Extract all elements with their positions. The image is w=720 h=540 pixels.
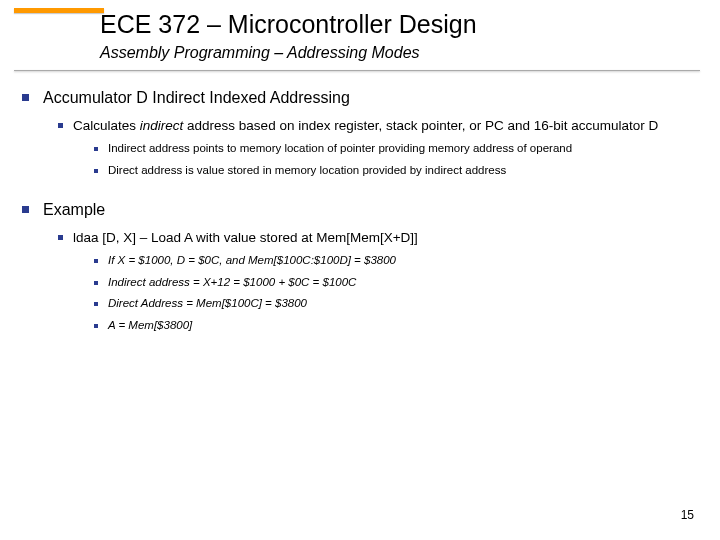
text-run-italic: indirect (140, 118, 184, 133)
bullet-icon (94, 324, 98, 328)
bullet-icon (58, 123, 63, 128)
bullet-icon (58, 235, 63, 240)
title-divider (14, 70, 700, 71)
section-heading: Accumulator D Indirect Indexed Addressin… (22, 88, 690, 109)
text-run: Calculates (73, 118, 140, 133)
subsubpoint: If X = $1000, D = $0C, and Mem[$100C:$10… (94, 253, 690, 269)
subsubpoint: Direct Address = Mem[$100C] = $3800 (94, 296, 690, 312)
header-accent-bar (14, 8, 104, 13)
subsubpoint-text: Direct address is value stored in memory… (108, 163, 506, 179)
bullet-icon (94, 169, 98, 173)
subpoint-text: Calculates indirect address based on ind… (73, 117, 658, 135)
subsubpoint-text: Indirect address = X+12 = $1000 + $0C = … (108, 275, 356, 291)
heading-text: Accumulator D Indirect Indexed Addressin… (43, 88, 350, 109)
slide-subtitle: Assembly Programming – Addressing Modes (100, 44, 420, 62)
subsubpoint: A = Mem[$3800] (94, 318, 690, 334)
subsubpoint: Direct address is value stored in memory… (94, 163, 690, 179)
subsubpoint: Indirect address = X+12 = $1000 + $0C = … (94, 275, 690, 291)
slide-title: ECE 372 – Microcontroller Design (100, 10, 477, 39)
subsubpoint-text: A = Mem[$3800] (108, 318, 192, 334)
subsubpoint-text: Direct Address = Mem[$100C] = $3800 (108, 296, 307, 312)
bullet-icon (22, 94, 29, 101)
bullet-icon (94, 147, 98, 151)
section-heading: Example (22, 200, 690, 221)
subpoint: ldaa [D, X] – Load A with value stored a… (58, 229, 690, 247)
subsubpoint-text: If X = $1000, D = $0C, and Mem[$100C:$10… (108, 253, 396, 269)
subsubpoint-text: Indirect address points to memory locati… (108, 141, 572, 157)
subsubpoint: Indirect address points to memory locati… (94, 141, 690, 157)
bullet-icon (94, 259, 98, 263)
text-run: address based on index register, stack p… (183, 118, 658, 133)
bullet-icon (94, 281, 98, 285)
heading-text: Example (43, 200, 105, 221)
subpoint: Calculates indirect address based on ind… (58, 117, 690, 135)
bullet-icon (94, 302, 98, 306)
bullet-icon (22, 206, 29, 213)
subpoint-text: ldaa [D, X] – Load A with value stored a… (73, 229, 418, 247)
page-number: 15 (681, 508, 694, 522)
slide-content: Accumulator D Indirect Indexed Addressin… (22, 88, 690, 333)
